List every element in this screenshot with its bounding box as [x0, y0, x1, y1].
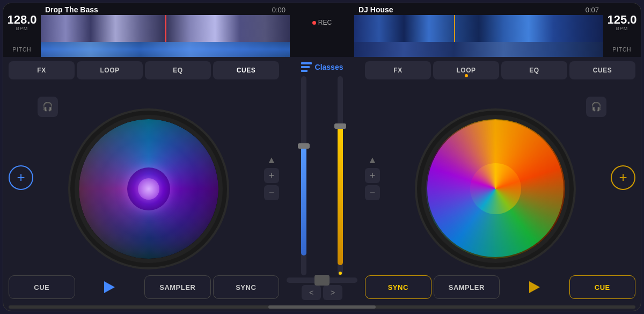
left-deck-controls: + 🎧 ▲ + −: [9, 83, 279, 272]
left-pitch-waveform-inner: [41, 42, 290, 57]
right-pitch-label: PITCH: [603, 42, 641, 57]
right-minus-button[interactable]: −: [365, 185, 380, 200]
classes-icon-layer-1: [301, 62, 312, 64]
left-sampler-button[interactable]: SAMPLER: [144, 275, 211, 299]
crossfader-thumb[interactable]: [314, 275, 330, 286]
right-add-button[interactable]: +: [611, 165, 635, 190]
left-turntable-wrapper: 🎧: [38, 97, 260, 259]
right-time-display: 0:07: [586, 6, 599, 14]
left-eq-fader-section: [287, 76, 321, 275]
left-plus-button[interactable]: +: [264, 168, 279, 183]
classes-label: Classes: [315, 63, 343, 71]
pitch-row: PITCH PITCH: [3, 42, 641, 57]
classes-button[interactable]: Classes: [297, 60, 348, 74]
pitch-center: [290, 42, 354, 57]
left-sync-button[interactable]: SYNC: [213, 275, 280, 299]
left-fader-fill: [301, 146, 306, 255]
right-pitch-waveform: [354, 42, 603, 57]
left-tab-loop[interactable]: LOOP: [77, 61, 143, 79]
right-deck: FX LOOP EQ CUES ▲ + − 🎧: [360, 57, 641, 303]
right-eq-fader-section: [323, 76, 357, 275]
mixer-main: [287, 76, 357, 275]
left-vert-controls: ▲ + −: [264, 155, 279, 200]
right-tab-loop[interactable]: LOOP: [433, 61, 499, 79]
right-bpm-value: 125.0: [607, 14, 636, 26]
right-bpm-label: BPM: [616, 26, 628, 31]
left-headphone-button[interactable]: 🎧: [38, 97, 58, 117]
left-nudge-up-icon[interactable]: ▲: [267, 155, 276, 166]
right-fader-dot: [339, 272, 342, 275]
classes-icon-layer-2: [301, 66, 310, 68]
right-tab-cues[interactable]: CUES: [569, 61, 635, 79]
classes-icon-layer-3: [301, 70, 308, 72]
right-fader-thumb[interactable]: [334, 123, 346, 129]
right-tab-eq[interactable]: EQ: [501, 61, 567, 79]
left-cue-button[interactable]: CUE: [9, 275, 75, 299]
right-nudge-up-icon[interactable]: ▲: [368, 155, 377, 166]
nav-left-button[interactable]: <: [302, 285, 321, 300]
left-tab-row: FX LOOP EQ CUES: [9, 61, 279, 79]
left-turntable-jewel: [127, 167, 170, 210]
right-turntable-center: [470, 163, 521, 214]
left-tab-cues[interactable]: CUES: [213, 61, 279, 79]
right-waveform-block: DJ House 0:07: [354, 3, 603, 42]
left-minus-button[interactable]: −: [264, 185, 279, 200]
left-track-title-row: Drop The Bass 0:00: [41, 3, 290, 15]
right-sampler-button[interactable]: SAMPLER: [434, 275, 500, 299]
center-top-block: REC: [290, 3, 354, 42]
right-turntable-wrapper: 🎧: [384, 97, 606, 259]
right-waveform-canvas: [354, 15, 603, 42]
right-turntable[interactable]: [426, 119, 565, 259]
loop-indicator-dot: [465, 74, 468, 77]
right-play-button[interactable]: [502, 275, 567, 299]
right-vert-controls: ▲ + −: [365, 155, 380, 200]
crossfader-section: [287, 278, 357, 283]
right-fader-track[interactable]: [338, 76, 343, 275]
main-content: FX LOOP EQ CUES + 🎧: [3, 57, 641, 303]
left-add-button[interactable]: +: [9, 165, 33, 190]
right-fader-fill: [338, 126, 343, 266]
left-tab-fx[interactable]: FX: [9, 61, 75, 79]
right-tab-row: FX LOOP EQ CUES: [365, 61, 635, 79]
right-bottom-row: SYNC SAMPLER CUE: [365, 275, 635, 299]
left-bpm-block: 128.0 BPM: [3, 3, 41, 42]
left-marker-line: [165, 15, 166, 42]
rec-label: REC: [318, 19, 332, 26]
rec-badge: REC: [312, 19, 332, 26]
left-play-icon: [104, 281, 115, 293]
right-sync-button[interactable]: SYNC: [365, 275, 431, 299]
right-deck-controls: ▲ + − 🎧 +: [365, 83, 635, 272]
nav-arrows: < >: [302, 285, 342, 300]
left-waveform-canvas: [41, 15, 290, 42]
bottom-scrollbar[interactable]: [9, 305, 635, 309]
left-pitch-label: PITCH: [3, 42, 41, 57]
right-track-name: DJ House: [358, 5, 393, 14]
left-bpm-label: BPM: [16, 26, 28, 31]
left-deck: FX LOOP EQ CUES + 🎧: [3, 57, 284, 303]
right-headphone-button[interactable]: 🎧: [586, 97, 606, 117]
left-fader-track[interactable]: [301, 76, 306, 275]
right-play-icon: [529, 281, 540, 293]
right-plus-button[interactable]: +: [365, 168, 380, 183]
classes-icon: [301, 62, 312, 72]
left-turntable[interactable]: [79, 119, 218, 259]
left-bpm-value: 128.0: [7, 14, 36, 26]
right-tab-fx[interactable]: FX: [365, 61, 431, 79]
dj-app: 128.0 BPM Drop The Bass 0:00 REC DJ Ho: [3, 3, 641, 311]
right-beat-marker: [454, 15, 455, 42]
right-waveform-bars: [354, 15, 603, 42]
left-track-name: Drop The Bass: [45, 5, 98, 14]
top-bar: 128.0 BPM Drop The Bass 0:00 REC DJ Ho: [3, 3, 641, 42]
nav-right-button[interactable]: >: [323, 285, 342, 300]
right-track-title-row: DJ House 0:07: [354, 3, 603, 15]
right-bpm-block: 125.0 BPM: [603, 3, 641, 42]
left-bottom-row: CUE SAMPLER SYNC: [9, 275, 279, 299]
left-waveform-block: Drop The Bass 0:00: [41, 3, 290, 42]
crossfader-track[interactable]: [287, 278, 357, 283]
center-mixer: Classes: [284, 57, 360, 303]
left-pitch-waveform: [41, 42, 290, 57]
left-play-button[interactable]: [77, 275, 143, 299]
right-cue-button[interactable]: CUE: [569, 275, 636, 299]
left-fader-thumb[interactable]: [298, 143, 310, 149]
left-tab-eq[interactable]: EQ: [145, 61, 211, 79]
